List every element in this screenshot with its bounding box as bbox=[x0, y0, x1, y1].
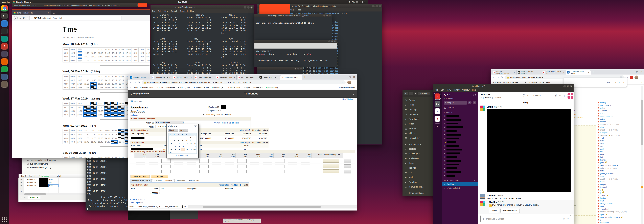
trc-select[interactable] bbox=[323, 164, 339, 168]
window-controls[interactable]: –◻✕ bbox=[632, 71, 644, 73]
view-all-link[interactable]: View All | 🗗 bbox=[240, 129, 250, 131]
text-cell[interactable] bbox=[48, 187, 58, 190]
bookmark-apps[interactable]: ⋮⋮Apps bbox=[130, 86, 138, 88]
hours-input[interactable] bbox=[162, 159, 171, 163]
method-gsub![interactable]: gsub!(<= v1_8_7_330) bbox=[596, 178, 640, 180]
bookmark-star-icon[interactable]: ☆ bbox=[342, 81, 344, 84]
method-callcc[interactable]: callcc bbox=[596, 107, 640, 109]
thumbnail-image[interactable] bbox=[90, 113, 97, 117]
menu-search[interactable]: Search bbox=[171, 10, 178, 12]
avatar[interactable] bbox=[347, 81, 351, 84]
popup-date[interactable]: 27 bbox=[180, 148, 184, 151]
close-tab-icon[interactable]: ✕ bbox=[48, 12, 50, 14]
menu-dots-icon[interactable]: ⋮ bbox=[640, 76, 642, 79]
channel-item[interactable]: # bbox=[442, 155, 478, 159]
dm-slackbot[interactable]: ♥Slackbot bbox=[442, 182, 478, 186]
pager[interactable]: First ◂ 1 of 1 ▸ Last bbox=[252, 129, 268, 131]
method-link[interactable]: gets bbox=[600, 170, 604, 172]
method-getc[interactable]: getc(<= v1_8_7_330) bbox=[596, 167, 640, 169]
method-block_given?[interactable]: block_given? bbox=[596, 104, 640, 107]
method-link[interactable]: p bbox=[600, 219, 601, 221]
menu-help[interactable]: Help bbox=[472, 89, 476, 92]
ls-name[interactable]: 2019-05-08_postdoc bbox=[316, 70, 338, 72]
workspace-icon-it[interactable]: ⧗ bbox=[434, 116, 440, 122]
more-icon[interactable]: ⋮ bbox=[563, 94, 566, 97]
method-link[interactable]: load bbox=[600, 200, 604, 202]
window-controls[interactable]: −◻✕ bbox=[294, 68, 303, 69]
popup-date[interactable]: 5 bbox=[176, 139, 180, 142]
thumbnail-image[interactable] bbox=[111, 140, 118, 144]
forward-button[interactable]: → bbox=[497, 76, 499, 79]
method-float[interactable]: Float bbox=[596, 153, 640, 156]
popup-date[interactable]: 22 bbox=[188, 145, 192, 148]
tab-exceptions[interactable]: Exceptions bbox=[174, 179, 186, 182]
sidebar-item-thesis[interactable]: ▰thesis bbox=[402, 161, 433, 165]
menu-dots-icon[interactable]: ⋮ bbox=[353, 81, 355, 84]
popup-date[interactable]: 2 bbox=[192, 136, 196, 139]
hours-input[interactable] bbox=[300, 165, 310, 168]
close-tab-icon[interactable]: ✕ bbox=[148, 76, 149, 79]
hours-input[interactable] bbox=[162, 170, 171, 173]
channel-item[interactable]: # bbox=[442, 166, 478, 170]
slack-window[interactable]: Slackbot | A²I² −◻✕ FileEditViewHistoryW… bbox=[433, 84, 574, 224]
row-number[interactable]: 35 bbox=[18, 181, 24, 184]
thumbnail-image[interactable] bbox=[111, 109, 118, 113]
method-link[interactable]: exit! bbox=[600, 148, 604, 150]
launcher-icon-firefox[interactable] bbox=[1, 58, 8, 65]
thumbnail-image[interactable] bbox=[78, 51, 82, 55]
workspace-icon-haskell[interactable]: ≫ bbox=[434, 108, 440, 114]
popup-date[interactable]: 30 bbox=[192, 148, 196, 151]
popup-date[interactable]: 3 bbox=[168, 139, 173, 142]
thumbnail-image[interactable] bbox=[104, 102, 111, 105]
thumbnail-image[interactable] bbox=[84, 113, 90, 117]
hours-input[interactable] bbox=[250, 165, 259, 168]
launcher-icon-chrome[interactable] bbox=[1, 5, 8, 11]
sidebar-item-postdoc[interactable]: ▰postdoc bbox=[402, 146, 433, 151]
method-chomp![interactable]: chomp!(<= v1_8_7_330) bbox=[596, 123, 640, 126]
close-tab-icon[interactable]: ✕ bbox=[277, 76, 278, 79]
next-period-link[interactable]: Next Period bbox=[228, 122, 239, 124]
method-link[interactable]: caller_locations bbox=[600, 115, 613, 117]
method-p[interactable]: p bbox=[596, 219, 640, 221]
thumbnail-image[interactable] bbox=[78, 55, 82, 59]
thumbnail-image[interactable] bbox=[78, 59, 82, 62]
menu-view[interactable]: View bbox=[447, 89, 451, 92]
popup-date[interactable]: 9 bbox=[192, 139, 196, 142]
thumbnail-image[interactable] bbox=[118, 133, 124, 136]
hours-input[interactable] bbox=[200, 165, 208, 168]
current-date-link[interactable]: ◂ Current Date ▸ bbox=[167, 155, 198, 157]
bookmark-apps[interactable]: ⋮⋮ Apps bbox=[493, 81, 501, 83]
bell-icon[interactable] bbox=[474, 94, 476, 96]
tab-absence[interactable]: Absence bbox=[164, 179, 174, 182]
method-caller[interactable]: caller bbox=[596, 112, 640, 115]
popup-date[interactable]: 31 bbox=[168, 151, 173, 154]
method-link[interactable]: Float bbox=[600, 153, 604, 156]
reload-button[interactable]: ⟳ bbox=[138, 81, 140, 84]
hours-input[interactable] bbox=[225, 165, 234, 168]
method-link[interactable]: open_uri_original_open bbox=[600, 216, 620, 218]
method-__method__[interactable]: __method__ bbox=[596, 208, 640, 210]
extension-icon[interactable] bbox=[630, 76, 633, 79]
channel-item[interactable]: # bbox=[442, 163, 478, 166]
tree-item-avs-comparison-png[interactable]: ▣avs-comparison.png bbox=[23, 162, 88, 166]
hours-input[interactable] bbox=[225, 159, 234, 163]
bookmark-how-do-i-get-[interactable]: ●How do I get... bbox=[212, 86, 225, 88]
sidebar-item-videos[interactable]: ▶Videos bbox=[402, 131, 433, 136]
browser-tab[interactable]: ◔Timesheet & Pay✕ bbox=[280, 75, 302, 80]
row-action-button[interactable] bbox=[344, 164, 351, 168]
home-button[interactable]: ⌂ bbox=[26, 17, 28, 19]
terminal-menubar[interactable]: FileEditViewSearchTerminalHelp bbox=[150, 9, 254, 13]
horizontal-scrollbar[interactable] bbox=[24, 194, 46, 195]
method-describe[interactable]: describe(<= v2_1_10) bbox=[596, 134, 640, 137]
method-link[interactable]: Pathname bbox=[600, 222, 609, 224]
url-bar[interactable]: ⓘ 127.0.0.1:4000/notes/time.html bbox=[30, 16, 122, 20]
channel-item[interactable]: # bbox=[442, 137, 478, 140]
row-number[interactable]: 38 bbox=[18, 190, 24, 193]
method-link[interactable]: eval bbox=[600, 140, 604, 142]
date-input[interactable]: 27/03/2019 bbox=[156, 125, 167, 128]
vertical-scrollbar[interactable]: ▲ ▼ bbox=[641, 86, 643, 224]
channel-item[interactable]: # bbox=[442, 125, 478, 129]
hours-input[interactable] bbox=[288, 170, 297, 173]
scroll-down-arrow[interactable]: ▼ bbox=[641, 222, 642, 224]
popup-date[interactable]: 19 bbox=[176, 145, 180, 148]
